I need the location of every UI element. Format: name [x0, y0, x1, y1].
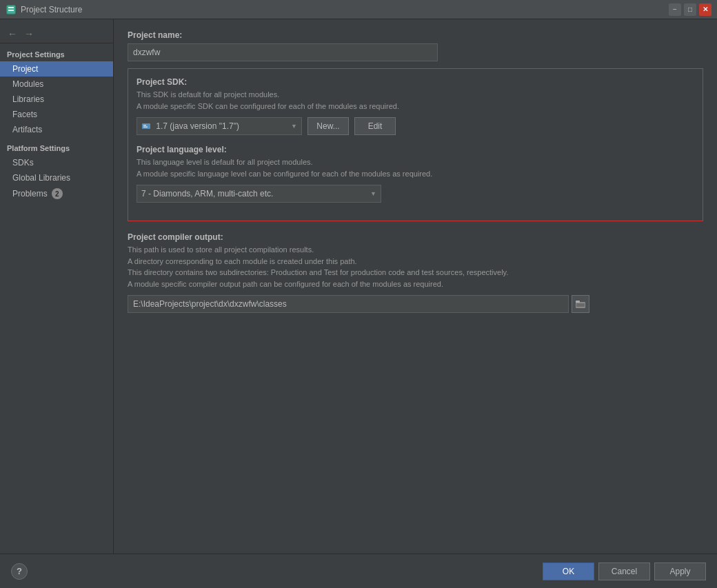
sdk-dropdown-arrow: ▼	[291, 123, 297, 130]
content-area: Project name: Project SDK: This SDK is d…	[114, 19, 717, 554]
compiler-output-label: Project compiler output:	[128, 232, 703, 242]
apply-button[interactable]: Apply	[654, 562, 706, 580]
compiler-output-desc: This path is used to store all project c…	[128, 244, 703, 290]
problems-badge: 2	[52, 188, 63, 199]
sdk-dropdown[interactable]: 1.7 (java version "1.7") ▼	[137, 117, 302, 135]
svg-rect-4	[143, 125, 146, 126]
svg-rect-5	[143, 127, 148, 128]
sidebar-item-project[interactable]: Project	[0, 61, 113, 77]
svg-rect-3	[142, 123, 150, 129]
lang-dropdown-arrow: ▼	[370, 190, 376, 197]
sidebar-item-facets[interactable]: Facets	[0, 107, 113, 122]
nav-arrows: ← →	[0, 25, 113, 43]
main-layout: ← → Project Settings Project Modules Lib…	[0, 19, 717, 554]
project-name-label: Project name:	[128, 30, 703, 40]
sdk-desc: This SDK is default for all project modu…	[137, 89, 694, 112]
sidebar-item-sdks[interactable]: SDKs	[0, 155, 113, 170]
sidebar-item-modules[interactable]: Modules	[0, 77, 113, 92]
sidebar-item-global-libraries[interactable]: Global Libraries	[0, 170, 113, 185]
project-settings-header: Project Settings	[0, 46, 113, 61]
compiler-path-input[interactable]	[128, 295, 569, 313]
compiler-section: Project compiler output: This path is us…	[128, 232, 703, 313]
lang-dropdown[interactable]: 7 - Diamonds, ARM, multi-catch etc. ▼	[137, 185, 381, 203]
sidebar-item-artifacts[interactable]: Artifacts	[0, 122, 113, 137]
sdk-section: Project SDK: This SDK is default for all…	[128, 68, 703, 221]
edit-sdk-button[interactable]: Edit	[354, 117, 396, 135]
svg-rect-2	[8, 10, 14, 11]
help-button[interactable]: ?	[11, 563, 28, 580]
lang-level-label: Project language level:	[137, 145, 694, 154]
svg-rect-1	[8, 7, 14, 8]
maximize-button[interactable]: □	[684, 3, 696, 16]
lang-row: 7 - Diamonds, ARM, multi-catch etc. ▼	[137, 185, 694, 203]
svg-rect-8	[576, 303, 585, 307]
minimize-button[interactable]: −	[669, 3, 681, 16]
svg-rect-7	[576, 301, 580, 303]
sdk-row: 1.7 (java version "1.7") ▼ New... Edit	[137, 117, 694, 135]
sidebar: ← → Project Settings Project Modules Lib…	[0, 19, 114, 554]
lang-level-desc: This language level is default for all p…	[137, 156, 694, 179]
back-button[interactable]: ←	[6, 28, 19, 40]
sidebar-item-libraries[interactable]: Libraries	[0, 92, 113, 107]
window-controls: − □ ✕	[669, 3, 711, 16]
forward-button[interactable]: →	[22, 28, 36, 40]
project-name-input[interactable]	[128, 43, 438, 61]
ok-button[interactable]: OK	[543, 562, 594, 580]
bottom-buttons: OK Cancel Apply	[543, 562, 706, 580]
sdk-label: Project SDK:	[137, 77, 694, 87]
new-sdk-button[interactable]: New...	[307, 117, 349, 135]
sidebar-item-problems[interactable]: Problems 2	[0, 185, 113, 202]
window-icon	[6, 4, 17, 15]
close-button[interactable]: ✕	[699, 3, 711, 16]
cancel-button[interactable]: Cancel	[598, 562, 650, 580]
title-bar: Project Structure − □ ✕	[0, 0, 717, 19]
platform-settings-header: Platform Settings	[0, 137, 113, 155]
window-title: Project Structure	[21, 5, 669, 14]
compiler-path-row	[128, 295, 703, 313]
bottom-bar: ? OK Cancel Apply	[0, 554, 717, 588]
browse-button[interactable]	[572, 295, 589, 313]
